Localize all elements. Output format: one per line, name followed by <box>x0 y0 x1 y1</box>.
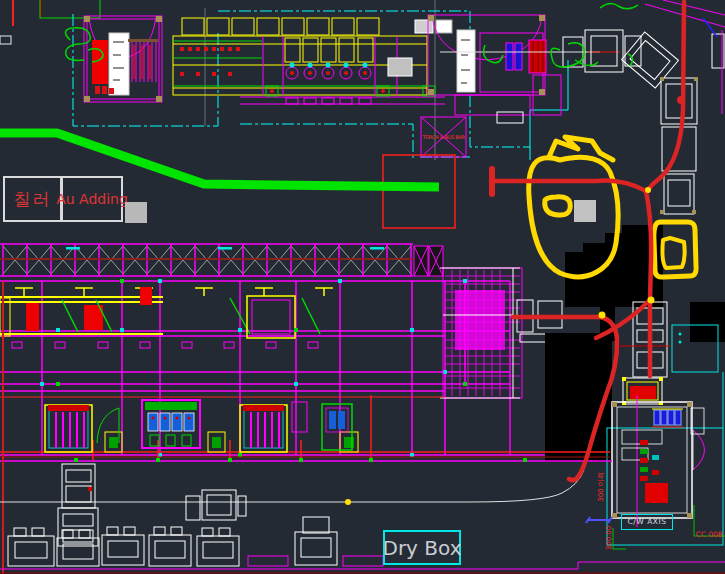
au-adding-label: Au Adding <box>61 176 123 222</box>
rack-machine <box>58 464 98 546</box>
cart-4 <box>149 527 191 566</box>
torch-bus-label: TORCH & BUS BAR <box>421 132 466 142</box>
chiller-label: 칠러 <box>3 176 62 222</box>
floor-and-carts <box>0 464 584 566</box>
cart-5 <box>197 528 239 566</box>
pump-unit-a <box>45 405 92 452</box>
red-ticks <box>180 47 240 76</box>
end-station <box>440 268 562 398</box>
dry-box-label: Dry Box <box>383 530 461 565</box>
utility-machines-row <box>45 400 358 452</box>
red-blob <box>677 96 685 104</box>
control-cabinet <box>142 400 200 448</box>
machine-1 <box>84 16 162 102</box>
cart-1 <box>8 528 54 566</box>
cart-6 <box>295 517 337 565</box>
pump-unit-b <box>240 405 287 452</box>
overhead-truss <box>0 244 443 276</box>
truss-end-boxes <box>414 246 443 276</box>
gray-pad-left <box>125 202 147 223</box>
dimension-300-label: 300.00 <box>604 518 614 558</box>
buffer-machine <box>620 302 670 377</box>
red-cell-machine <box>622 377 663 405</box>
clearance-note-label: 300 이격 <box>596 460 606 514</box>
cc-dimension-label: CC 008 <box>694 530 724 540</box>
blue-cassettes <box>654 410 681 425</box>
red-equipment-blocks <box>26 287 152 331</box>
yellow-rect-inner <box>662 238 684 268</box>
cad-canvas[interactable]: 칠러 Au Adding TORCH & BUS BAR Dry Box C/W… <box>0 0 725 574</box>
grid-lines <box>205 0 435 160</box>
yellow-marker-annotations <box>529 137 696 277</box>
yellow-loop-small <box>545 197 570 215</box>
drawing-layer <box>0 0 725 574</box>
cyan-nodes <box>40 279 467 457</box>
cw-axis-label: C/W AXIS <box>621 514 673 530</box>
red-route-horizontal <box>492 180 646 191</box>
machine-2-line <box>173 18 452 104</box>
reserved-area-box <box>383 155 455 228</box>
gray-pad-right <box>574 200 596 222</box>
side-machine <box>186 490 246 520</box>
small-components <box>640 440 659 481</box>
green-nodes <box>56 279 467 457</box>
cart-3 <box>102 527 144 565</box>
